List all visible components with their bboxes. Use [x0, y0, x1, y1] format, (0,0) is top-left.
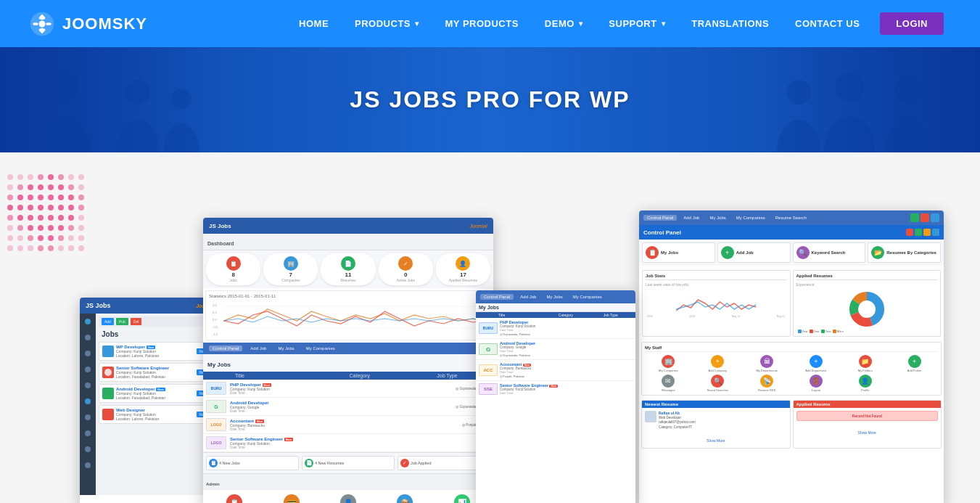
mid-right-title: My Jobs: [476, 303, 635, 312]
cp-quick-icon-add-job: +: [721, 246, 734, 259]
nav-item-home[interactable]: HOME: [286, 0, 342, 47]
new-item-jobs: 📋 4 New Jobs: [206, 456, 299, 470]
nav-item-6: [80, 393, 96, 409]
mr-date-1: Date Time:: [500, 328, 535, 332]
job-logo-1: [102, 345, 114, 357]
brand-logo[interactable]: JOOMSKY: [29, 11, 147, 37]
nav-item-translations[interactable]: TRANSLATIONS: [678, 0, 782, 47]
cp-stats-row: Job Stats Last week stats of live jobs 2…: [639, 267, 944, 340]
admin-icon-payment: 💳 Payment Queue: [264, 494, 318, 503]
nav-link-support[interactable]: SUPPORT ▾: [596, 0, 678, 47]
cp-staff-icon-my-dept: 🏛: [760, 355, 773, 368]
mr-tab-my-jobs[interactable]: My Jobs: [543, 294, 566, 300]
right-panel-icon-actions: [910, 213, 939, 222]
tab-my-jobs[interactable]: My Jobs: [274, 345, 297, 351]
cp-staff-rss: 📡 Resume RSS: [744, 375, 791, 392]
cp-staff-add-dept: + Add Department: [793, 355, 840, 372]
cp-stat-applied-resumes: Applied Resumes Experience: [793, 270, 942, 337]
nav-item-9: [80, 441, 96, 457]
cp-newest-resume-body: Rafiqe ul Alt Web Developer rafiqeulali9…: [642, 408, 790, 448]
nav-item-login[interactable]: LOGIN: [873, 12, 951, 35]
nav-link-my-products[interactable]: MY PRODUCTS: [432, 0, 532, 47]
nav-link-translations[interactable]: TRANSLATIONS: [678, 0, 782, 47]
screenshot-panel-left: JS Jobs Joomla! Ad: [80, 298, 221, 503]
right-cp-action-icons: [906, 229, 939, 236]
cp-show-more-1[interactable]: Show More: [645, 432, 787, 445]
admin-circle-packs: 📦: [397, 494, 413, 503]
nav-item-products[interactable]: PRODUCTS ▾: [342, 0, 432, 47]
mr-job-2: G Android Developer Company: Google Date…: [476, 339, 635, 360]
tab-control-panel[interactable]: Control Panel: [209, 345, 242, 351]
cp-staff-icon-add-folder: +: [908, 355, 921, 368]
admin-icon-jobs: 📋 Jobs: [207, 494, 261, 503]
chart-section: Statistics 2015-01-01 - 2015-01-11 1.0 0…: [205, 290, 491, 340]
cp-stat-job-stats: Job Stats Last week stats of live jobs 2…: [642, 270, 791, 337]
mr-tab-my-companies[interactable]: My Companies: [569, 294, 606, 300]
nav-link-home[interactable]: HOME: [286, 0, 342, 47]
mr-job-info-3: Accountant New Company: Bureaucku Date T…: [500, 362, 531, 378]
support-dropdown-arrow: ▾: [662, 0, 666, 47]
right-panel-nav: Control Panel Add Job My Jobs My Compani…: [639, 210, 944, 225]
stat-label-resumes: Resumes: [340, 278, 355, 282]
svg-point-10: [40, 116, 91, 152]
cp-staff-grid: 🏢 My Companies + Add Company 🏛 My Depart…: [645, 355, 938, 392]
hero-right-silhouette: [741, 47, 958, 152]
admin-icon-userfields: 👤 User Fields: [321, 494, 375, 503]
svg-text:-0.5: -0.5: [213, 325, 218, 329]
nav-item-my-products[interactable]: MY PRODUCTS: [432, 0, 532, 47]
right-tab-control-panel[interactable]: Control Panel: [643, 215, 677, 221]
svg-point-36: [860, 302, 874, 316]
cp-resume-details: Rafiqe ul Alt Web Developer rafiqeulali9…: [659, 411, 696, 430]
job-location-2: Location: Faisalabad, Pakistan: [116, 375, 194, 379]
job-item-3: Android Developer New Company: Kunji Sol…: [99, 384, 218, 403]
new-item-resumes: 📄 4 New Resumes: [302, 456, 395, 470]
right-tab-my-jobs[interactable]: My Jobs: [706, 215, 729, 221]
tab-add-job[interactable]: Add Job: [247, 345, 270, 351]
tab-my-companies[interactable]: My Companies: [302, 345, 339, 351]
cp-show-more-label-1[interactable]: Show More: [707, 438, 725, 443]
screenshot-panel-center: JS Jobs Joomla! Dashboard 📋 8 Jobs 🏢: [203, 218, 493, 503]
admin-circle-userfields: 👤: [340, 494, 356, 503]
cp-show-more-label-2[interactable]: Show More: [858, 430, 876, 435]
svg-point-12: [116, 120, 160, 152]
cp-bottom-applied-resume: Applied Resume Record Not Found Show Mor…: [793, 400, 942, 449]
stat-number-resumes: 11: [345, 271, 352, 278]
stat-icon-resumes: 📄: [341, 256, 355, 271]
cp-staff-logout: 🚪 Logout: [793, 375, 840, 392]
nav-item-contact[interactable]: CONTACT US: [782, 0, 873, 47]
right-tab-my-companies[interactable]: My Companies: [733, 215, 769, 221]
nav-link-products[interactable]: PRODUCTS ▾: [342, 0, 432, 47]
cp-show-more-2[interactable]: Show More: [796, 424, 939, 437]
mr-tab-add-job[interactable]: Add Job: [516, 294, 540, 300]
stat-number-companies: 7: [289, 271, 292, 278]
panel-left-sidebar: Add Pub Del Jobs WP Developer New Compan…: [80, 314, 221, 495]
job-logo-accountant: LOGO: [206, 418, 226, 431]
job-date-senior: Date Time:: [230, 446, 490, 449]
chart-x-labels: 2016 2016 May-14 May-21: [646, 315, 787, 318]
right-action-icon-1: [910, 213, 919, 222]
right-tab-add-job[interactable]: Add Job: [680, 215, 703, 221]
cp-icon-orange: [923, 229, 931, 236]
cp-staff-add-folder: + Add Folder: [891, 355, 938, 372]
svg-rect-4: [33, 23, 38, 25]
right-tab-resume-search[interactable]: Resume Search: [772, 215, 810, 221]
legend-1: Year: [798, 330, 808, 333]
content-section: JS Jobs Joomla! Ad: [0, 152, 980, 503]
svg-point-13: [125, 80, 150, 105]
new-resumes-icon: 📄: [305, 459, 313, 467]
nav-link-demo[interactable]: DEMO ▾: [532, 0, 596, 47]
stat-icon-companies: 🏢: [284, 256, 298, 271]
admin-icon-packs: 📦 Packs: [378, 494, 432, 503]
mr-tab-control-panel[interactable]: Control Panel: [480, 294, 514, 300]
nav-item-support[interactable]: SUPPORT ▾: [596, 0, 678, 47]
mid-right-table-header: Title Category Job Type: [476, 312, 635, 318]
panel-left-nav: [80, 314, 96, 495]
mr-date-2: Date Time:: [500, 349, 535, 353]
cp-stat-title-applied: Applied Resumes: [796, 274, 938, 280]
nav-link-contact[interactable]: CONTACT US: [782, 0, 873, 47]
login-button[interactable]: LOGIN: [880, 12, 944, 35]
cp-donut-wrapper: [796, 289, 938, 330]
nav-item-demo[interactable]: DEMO ▾: [532, 0, 596, 47]
new-jobs-icon: 📋: [209, 459, 218, 467]
nav-item-1: [80, 314, 96, 330]
